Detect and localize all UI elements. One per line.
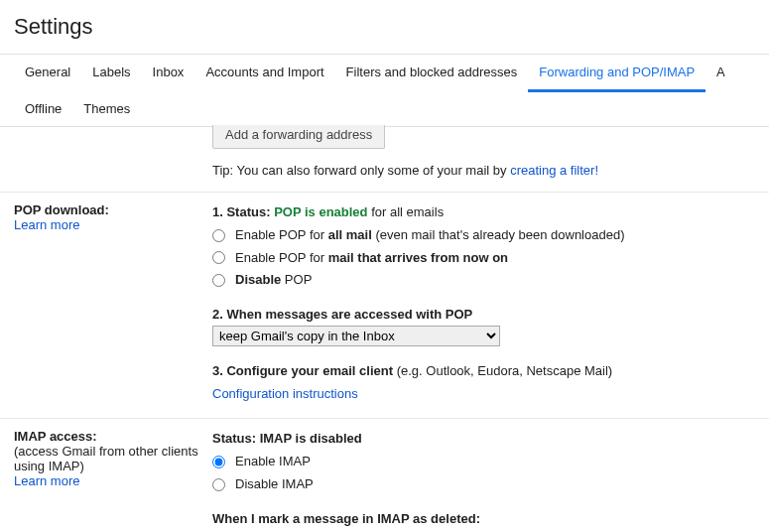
imap-enable-row[interactable]: Enable IMAP	[212, 452, 755, 472]
imap-learn-more-link[interactable]: Learn more	[14, 473, 79, 488]
add-forwarding-button[interactable]: Add a forwarding address	[212, 125, 385, 149]
pop-enable-all-row[interactable]: Enable POP for all mail (even mail that'…	[212, 225, 755, 246]
imap-access-label: IMAP access:	[14, 429, 202, 444]
imap-sublabel: (access Gmail from other clients using I…	[14, 444, 202, 473]
forwarding-section: Add a forwarding address Tip: You can al…	[0, 125, 769, 193]
create-filter-link[interactable]: creating a filter!	[510, 163, 598, 178]
tab-themes[interactable]: Themes	[72, 91, 141, 126]
imap-deleted-label: When I mark a message in IMAP as deleted…	[212, 509, 755, 530]
settings-tabs: General Labels Inbox Accounts and Import…	[0, 54, 769, 127]
forwarding-tip: Tip: You can also forward only some of y…	[212, 163, 769, 178]
imap-disable-radio[interactable]	[212, 478, 225, 491]
pop-config-instructions-link[interactable]: Configuration instructions	[212, 386, 358, 401]
forwarding-tip-text: Tip: You can also forward only some of y…	[212, 163, 510, 178]
imap-enable-radio[interactable]	[212, 456, 225, 468]
pop-configure-suffix: (e.g. Outlook, Eudora, Netscape Mail)	[393, 363, 612, 378]
imap-disable-text: Disable IMAP	[235, 474, 314, 495]
pop-enable-all-radio[interactable]	[212, 229, 225, 242]
pop-status-line: 1. Status: POP is enabled for all emails	[212, 202, 755, 223]
pop-enable-now-text: Enable POP for mail that arrives from no…	[235, 248, 508, 269]
pop-label-column: POP download: Learn more	[14, 202, 212, 404]
pop-when-row: 2. When messages are accessed with POP k…	[212, 305, 755, 347]
tab-offline[interactable]: Offline	[14, 91, 72, 126]
pop-disable-row[interactable]: Disable POP	[212, 270, 755, 291]
tab-addons-partial[interactable]: A	[705, 55, 736, 91]
imap-enable-text: Enable IMAP	[235, 452, 311, 472]
pop-download-label: POP download:	[14, 202, 202, 217]
pop-body: 1. Status: POP is enabled for all emails…	[212, 202, 755, 404]
pop-section: POP download: Learn more 1. Status: POP …	[0, 193, 769, 419]
pop-enable-all-text: Enable POP for all mail (even mail that'…	[235, 225, 625, 246]
tab-accounts[interactable]: Accounts and Import	[194, 55, 334, 91]
pop-configure-label: 3. Configure your email client	[212, 363, 393, 378]
pop-disable-text: Disable POP	[235, 270, 312, 291]
pop-learn-more-link[interactable]: Learn more	[14, 217, 79, 232]
pop-when-label: 2. When messages are accessed with POP	[212, 307, 472, 322]
pop-status-value: POP is enabled	[274, 204, 367, 219]
tab-labels[interactable]: Labels	[81, 55, 141, 91]
settings-content: Add a forwarding address Tip: You can al…	[0, 125, 769, 532]
imap-section: IMAP access: (access Gmail from other cl…	[0, 419, 769, 532]
pop-status-prefix: 1. Status:	[212, 204, 274, 219]
tab-filters[interactable]: Filters and blocked addresses	[335, 55, 529, 91]
pop-disable-radio[interactable]	[212, 274, 225, 287]
pop-status-suffix: for all emails	[368, 204, 445, 219]
pop-enable-now-row[interactable]: Enable POP for mail that arrives from no…	[212, 248, 755, 269]
tab-inbox[interactable]: Inbox	[142, 55, 195, 91]
imap-label-column: IMAP access: (access Gmail from other cl…	[14, 429, 212, 532]
page-title: Settings	[0, 0, 769, 54]
imap-status: Status: IMAP is disabled	[212, 429, 755, 450]
pop-enable-now-radio[interactable]	[212, 251, 225, 264]
tab-forwarding[interactable]: Forwarding and POP/IMAP	[528, 55, 705, 92]
imap-body: Status: IMAP is disabled Enable IMAP Dis…	[212, 429, 755, 532]
imap-disable-row[interactable]: Disable IMAP	[212, 474, 755, 495]
pop-when-select[interactable]: keep Gmail's copy in the Inbox	[212, 326, 500, 346]
pop-configure-row: 3. Configure your email client (e.g. Out…	[212, 361, 755, 382]
tab-general[interactable]: General	[14, 55, 81, 91]
